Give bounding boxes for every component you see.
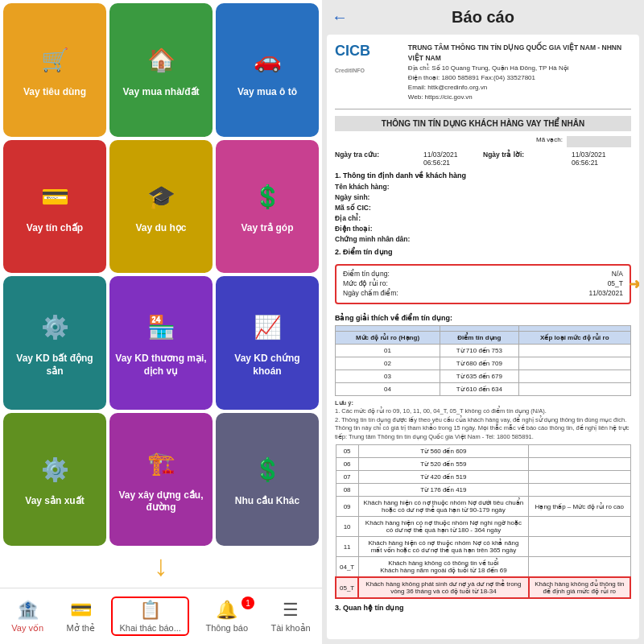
table-header-cell: Xếp loại mức độ rủi ro	[518, 331, 630, 344]
notes-label: Lưu ý:	[335, 399, 353, 407]
ma-so-cic-label: Mã số CIC:	[335, 204, 423, 212]
loan-label-tra-gop: Vay trả góp	[241, 222, 293, 235]
nav-item-vay-von[interactable]: 🏦 Vay vốn	[5, 597, 50, 637]
table-cell: 04_T	[336, 557, 358, 578]
dia-chi-value	[423, 214, 631, 222]
table-cell: 04	[336, 382, 440, 395]
chung-minh-value	[423, 235, 631, 243]
org-email: Email: httk@credinfo.org.vn	[408, 84, 487, 91]
table-cell: 09	[336, 497, 358, 517]
table-row: 04Từ 610 đến 634	[336, 382, 631, 395]
nav-item-tai-khoan[interactable]: ☰ Tài khoản	[265, 597, 317, 637]
loan-card-san-xuat[interactable]: ⚙️ Vay sản xuất	[3, 413, 106, 547]
org-website: Web: https://cic.gov.vn	[408, 93, 473, 101]
col-diem	[440, 325, 519, 331]
table-cell: Khách hàng không đủ thông tin để định gi…	[529, 577, 630, 598]
table-cell: Khách hàng hiện có nợ thuộc nhóm Nợ nghi…	[358, 517, 528, 537]
loan-icon-du-hoc: 🎓	[142, 177, 180, 216]
table-cell: Từ 710 đến 753	[440, 344, 519, 357]
diem-td-label: Điểm tín dụng:	[343, 270, 390, 278]
table-row: 06Từ 520 đến 559	[336, 458, 630, 471]
nav-item-mo-the[interactable]: 💳 Mở thẻ	[60, 597, 101, 637]
loan-card-bat-dong-san[interactable]: ⚙️ Vay KD bất động sản	[3, 276, 106, 410]
table-cell: 05_T	[336, 577, 358, 598]
loan-label-chung-khoan: Vay KD chứng khoán	[221, 353, 314, 378]
table-cell	[529, 517, 630, 537]
table-cell: 08	[336, 484, 358, 497]
nav-badge-thong-bao: 1	[242, 597, 254, 609]
ngay-cham-value: 11/03/2021	[588, 289, 623, 297]
nav-item-thong-bao[interactable]: 1 🔔 Thông báo	[199, 597, 254, 636]
loan-label-nhu-cau-khac: Nhu cầu Khác	[235, 495, 299, 508]
ma-so-cic-value	[423, 204, 631, 212]
loan-card-thuong-mai[interactable]: 🏪 Vay KD thương mại, dịch vụ	[109, 276, 213, 410]
loan-card-tra-gop[interactable]: 💲 Vay trả góp	[216, 140, 319, 274]
dien-thoai-value	[423, 225, 631, 233]
table-cell: Từ 560 đến 609	[358, 445, 528, 458]
loan-icon-thuong-mai: 🏪	[142, 308, 180, 346]
nav-icon-tai-khoan: ☰	[283, 600, 299, 621]
back-button[interactable]: ←	[332, 8, 348, 27]
ngay-tra-cuu-value: 11/03/2021 06:56:21	[423, 151, 483, 167]
notes-1: 1. Các mức độ rủi ro 09, 10, 11, 00, 04_…	[335, 407, 547, 415]
loan-icon-tieu-dung: 🛒	[35, 41, 74, 80]
diem-td-row: Điểm tín dụng: N/A	[343, 270, 623, 278]
loan-label-o-to: Vay mua ô tô	[237, 86, 297, 99]
table-row: 05_TKhách hàng không phát sinh dư nợ và …	[336, 577, 630, 598]
table-cell	[518, 357, 630, 369]
loan-icon-nhu-cau-khac: 💲	[248, 450, 287, 489]
loan-label-bat-dong-san: Vay KD bất động sản	[8, 353, 101, 378]
arrow-right-icon: ➜	[629, 275, 639, 293]
table-row: 09Khách hàng hiện có nợ thuộc nhóm Nợ dư…	[336, 497, 630, 517]
dien-thoai-label: Điện thoại:	[335, 225, 423, 233]
report-title-text: Báo cáo	[452, 8, 514, 27]
cicb-logo: CICBCreditINFO	[335, 43, 400, 76]
loan-icon-nha-dat: 🏠	[142, 41, 180, 80]
loan-icon-bat-dong-san: ⚙️	[35, 308, 74, 346]
ma-so-cic-row: Mã số CIC:	[335, 204, 631, 212]
loan-card-nhu-cau-khac[interactable]: 💲 Nhu cầu Khác	[216, 413, 319, 547]
table-cell	[518, 344, 630, 357]
table-cell: 03	[336, 369, 440, 382]
loan-card-o-to[interactable]: 🚗 Vay mua ô tô	[216, 3, 319, 137]
ngay-tra-loi-value: 11/03/2021 06:56:21	[572, 151, 631, 167]
table-cell: Từ 420 đến 519	[358, 471, 528, 484]
loan-label-thuong-mai: Vay KD thương mại, dịch vụ	[114, 353, 208, 378]
loan-card-nha-dat[interactable]: 🏠 Vay mua nhà/đất	[109, 3, 213, 137]
report-top: CICBCreditINFO TRUNG TÂM THÔNG TIN TÍN D…	[335, 43, 631, 109]
loan-icon-xay-dung: 🏗️	[142, 444, 180, 483]
loan-grid: 🛒 Vay tiêu dùng 🏠 Vay mua nhà/đất 🚗 Vay …	[0, 0, 322, 549]
report-main-title: THÔNG TIN TÍN DỤNG KHÁCH HÀNG VAY THỂ NH…	[335, 116, 631, 131]
chung-minh-row: Chứng minh nhân dân:	[335, 235, 631, 243]
org-fax: Fax:(04) 33527801	[481, 74, 535, 81]
loan-label-nha-dat: Vay mua nhà/đất	[122, 86, 199, 99]
ngay-sinh-label: Ngày sinh:	[335, 193, 423, 201]
table-cell: Từ 610 đến 634	[440, 382, 519, 395]
arrow-down-icon: ↓	[8, 549, 314, 583]
nav-label-vay-von: Vay vốn	[11, 623, 43, 634]
table-cell: 06	[336, 458, 358, 471]
table-row: 11Khách hàng hiện có nợ thuộc nhóm Nợ có…	[336, 537, 630, 557]
loan-card-tin-chap[interactable]: 💳 Vay tín chấp	[3, 140, 106, 274]
nav-item-khai-thac-bao[interactable]: 📋 Khai thác báo...	[111, 597, 188, 636]
nav-icon-mo-the: 💳	[70, 600, 92, 621]
col-hang	[336, 325, 440, 331]
ngay-cham-row: Ngày chấm điểm: 11/03/2021	[343, 289, 623, 297]
loan-card-du-hoc[interactable]: 🎓 Vay du học	[109, 140, 213, 274]
loan-icon-chung-khoan: 📈	[248, 308, 287, 346]
org-address: Địa chỉ: Số 10 Quang Trung, Quận Hà Đông…	[408, 64, 569, 72]
loan-card-xay-dung[interactable]: 🏗️ Vay xây dựng cầu, đường	[109, 413, 213, 547]
loan-icon-tra-gop: 💲	[248, 177, 287, 216]
loan-card-tieu-dung[interactable]: 🛒 Vay tiêu dùng	[3, 3, 106, 137]
muc-do-value: 05_T	[608, 279, 623, 287]
nav-label-khai-thac-bao: Khai thác báo...	[119, 623, 180, 633]
table-cell: Từ 635 đến 679	[440, 369, 519, 382]
notes-2: 2. Thông tin tín dụng được lấy theo yêu …	[335, 416, 630, 440]
table-cell: Từ 176 đến 419	[358, 484, 528, 497]
ngay-tra-loi-label: Ngày trả lời:	[483, 151, 572, 167]
table-cell: Khách hàng hiện có nợ thuộc nhóm Nợ dưới…	[358, 497, 528, 517]
table-row: 02Từ 680 đến 709	[336, 357, 631, 369]
dien-thoai-row: Điện thoại:	[335, 225, 631, 233]
nav-icon-thong-bao: 🔔	[216, 600, 237, 621]
loan-card-chung-khoan[interactable]: 📈 Vay KD chứng khoán	[216, 276, 319, 410]
